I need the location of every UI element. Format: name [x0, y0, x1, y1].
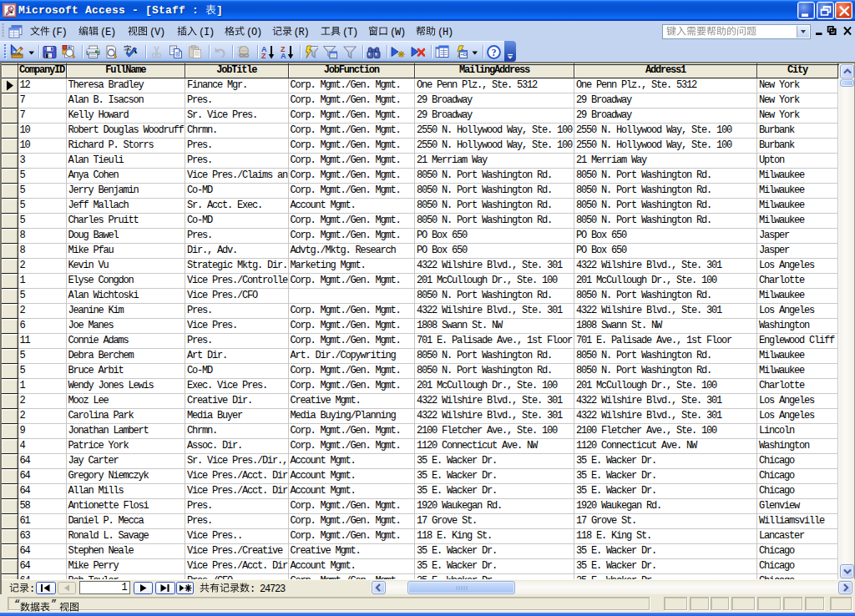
svg-text:A: A	[281, 52, 286, 59]
svg-text:?: ?	[491, 47, 496, 58]
svg-text:Z: Z	[261, 52, 266, 59]
